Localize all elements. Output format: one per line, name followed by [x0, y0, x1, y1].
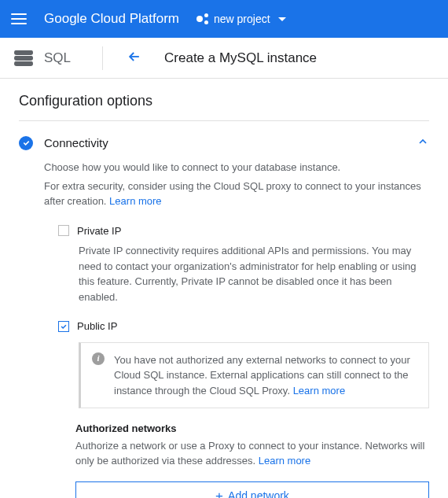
product-label: SQL [44, 50, 71, 66]
check-badge-icon [19, 136, 33, 150]
public-ip-info-box: i You have not authorized any external n… [79, 342, 429, 409]
authorized-networks-title: Authorized networks [75, 421, 429, 437]
connectivity-intro: Choose how you would like to connect to … [44, 160, 429, 175]
connectivity-extra-text: For extra security, consider using the C… [44, 180, 421, 208]
add-network-button[interactable]: + Add network [75, 481, 429, 499]
chevron-up-icon [417, 135, 429, 150]
learn-more-link[interactable]: Learn more [293, 385, 345, 397]
public-ip-checkbox[interactable] [58, 321, 69, 332]
learn-more-link[interactable]: Learn more [259, 455, 310, 467]
info-icon: i [92, 352, 105, 365]
add-network-label: Add network [228, 488, 289, 498]
caret-down-icon [278, 17, 286, 21]
sql-product-icon [14, 49, 33, 68]
brand-label: Google Cloud Platform [44, 11, 179, 27]
divider [19, 120, 429, 121]
back-arrow-icon[interactable] [127, 49, 142, 67]
public-ip-info-text: You have not authorized any external net… [114, 354, 410, 397]
connectivity-section-header[interactable]: Connectivity [19, 135, 429, 150]
project-name: new project [214, 13, 270, 25]
divider [102, 46, 103, 70]
learn-more-link[interactable]: Learn more [109, 195, 161, 207]
private-ip-description: Private IP connectivity requires additio… [58, 243, 429, 304]
plus-icon: + [215, 486, 223, 498]
private-ip-label: Private IP [77, 223, 121, 239]
private-ip-checkbox[interactable] [58, 225, 69, 236]
config-heading: Configuration options [19, 93, 429, 109]
page-title: Create a MySQL instance [164, 50, 317, 66]
authorized-networks-desc: Authorize a network or use a Proxy to co… [75, 440, 424, 467]
project-selector[interactable]: new project [196, 13, 286, 25]
menu-icon[interactable] [11, 13, 27, 24]
connectivity-title: Connectivity [44, 136, 417, 149]
project-dots-icon [196, 13, 209, 25]
public-ip-label: Public IP [77, 319, 117, 334]
